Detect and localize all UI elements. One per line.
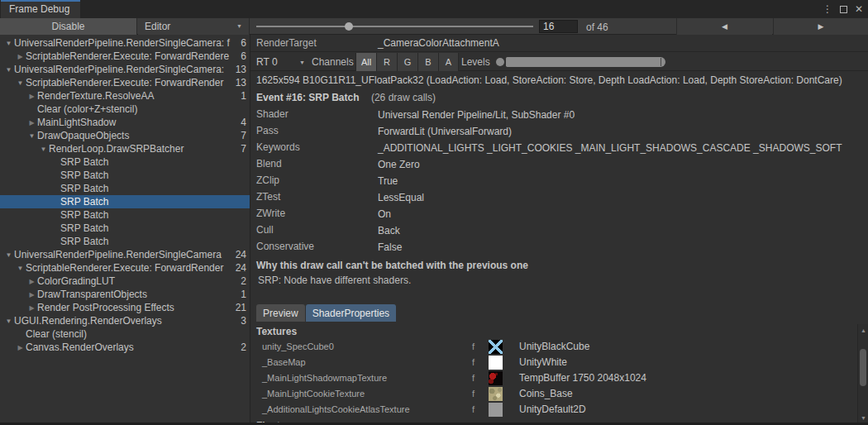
tree-row[interactable]: ▼ScriptableRenderer.Execute: ForwardRend… (0, 76, 250, 89)
foldout-collapsed-icon[interactable]: ▶ (26, 291, 37, 298)
next-event-button[interactable]: ▶ (773, 18, 868, 35)
properties-scrollbar[interactable]: ▲ ▼ (857, 324, 868, 425)
draw-count: 13 (222, 64, 246, 75)
coins-texture-icon[interactable] (489, 387, 503, 401)
tree-row[interactable]: Clear (color+Z+stencil) (0, 103, 250, 116)
state-value: ForwardLit (UniversalForward) (378, 126, 512, 137)
tree-item-label: SRP Batch (60, 183, 250, 194)
levels-fill (506, 57, 665, 67)
foldout-expanded-icon[interactable]: ▼ (3, 66, 14, 74)
tree-row[interactable]: ▼DrawOpaqueObjects7 (0, 129, 250, 142)
channel-button-b[interactable]: B (417, 53, 438, 71)
tree-row[interactable]: ▶RenderTexture.ResolveAA1 (0, 89, 250, 103)
foldout-collapsed-icon[interactable]: ▶ (26, 304, 37, 312)
scrollbar-thumb[interactable] (860, 349, 866, 386)
scrollbar-up-icon[interactable]: ▲ (858, 326, 868, 336)
state-label: ZTest (256, 189, 378, 205)
event-number-input[interactable] (539, 20, 578, 33)
tree-row[interactable]: SRP Batch (0, 155, 250, 169)
tree-row[interactable]: ▼UGUI.Rendering.RenderOverlays3 (0, 314, 250, 327)
tree-row[interactable]: ▼UniversalRenderPipeline.RenderSingleCam… (0, 36, 250, 50)
channel-button-all[interactable]: All (355, 53, 376, 71)
tree-item-label: DrawOpaqueObjects (37, 130, 250, 141)
tree-row[interactable]: ▼RenderLoop.DrawSRPBatcher7 (0, 142, 250, 155)
kebab-menu-icon[interactable]: ⋮ (823, 0, 832, 18)
draw-count: 6 (222, 50, 246, 62)
foldout-collapsed-icon[interactable]: ▶ (26, 119, 37, 127)
foldout-expanded-icon[interactable]: ▼ (26, 132, 37, 140)
foldout-collapsed-icon[interactable]: ▶ (15, 344, 26, 351)
event-slider[interactable] (256, 18, 533, 35)
tree-row[interactable]: ▶Render PostProcessing Effects21 (0, 301, 250, 314)
channel-button-r[interactable]: R (376, 53, 397, 71)
maximize-icon[interactable] (840, 6, 847, 13)
frame-debug-tab[interactable]: Frame Debug (1, 0, 80, 18)
shader-state-list: ShaderUniversal Render Pipeline/Lit, Sub… (256, 106, 865, 255)
draw-count: 2 (222, 275, 246, 287)
channel-button-a[interactable]: A (438, 53, 459, 71)
active-tab-accent (1, 0, 80, 2)
tab-title: Frame Debug (9, 3, 69, 15)
tree-row[interactable]: SRP Batch (0, 182, 250, 195)
foldout-expanded-icon[interactable]: ▼ (3, 318, 14, 325)
tree-row[interactable]: ▼ScriptableRenderer.Execute: ForwardRend… (0, 261, 250, 275)
tab-preview[interactable]: Preview (256, 304, 305, 322)
state-label: ZWrite (256, 205, 378, 222)
gray-texture-icon[interactable] (489, 403, 503, 417)
tree-row[interactable]: SRP Batch (0, 222, 250, 235)
channel-button-g[interactable]: G (397, 53, 417, 71)
tree-row[interactable]: SRP Batch (0, 208, 250, 222)
foldout-expanded-icon[interactable]: ▼ (15, 79, 26, 87)
foldout-expanded-icon[interactable]: ▼ (38, 146, 49, 153)
tree-row[interactable]: Clear (stencil) (0, 327, 250, 341)
foldout-collapsed-icon[interactable]: ▶ (26, 93, 37, 100)
batch-break-heading: Why this draw call can't be batched with… (256, 260, 528, 271)
texture-asset-name: UnityDefault2D (519, 404, 586, 415)
white-texture-icon[interactable] (489, 356, 503, 370)
levels-slider[interactable] (496, 56, 665, 68)
tree-item-label: RenderTexture.ResolveAA (37, 90, 250, 102)
foldout-collapsed-icon[interactable]: ▶ (26, 278, 37, 285)
texture-property-name: _MainLightShadowmapTexture (262, 373, 387, 383)
tree-item-label: SRP Batch (60, 209, 250, 221)
tree-row[interactable]: ▶ColorGradingLUT2 (0, 275, 250, 288)
event-slider-track (256, 26, 533, 27)
foldout-expanded-icon[interactable]: ▼ (15, 265, 26, 272)
tree-row[interactable]: SRP Batch (0, 169, 250, 182)
tree-row[interactable]: ▼UniversalRenderPipeline.RenderSingleCam… (0, 63, 250, 76)
texture-asset-name: Coins_Base (519, 388, 573, 399)
render-target-row: RenderTarget _CameraColorAttachmentA (250, 35, 868, 52)
target-dropdown[interactable]: Editor ▼ (138, 18, 250, 35)
disable-button[interactable]: Disable (0, 18, 137, 35)
levels-min-handle[interactable] (496, 58, 504, 66)
tab-shaderproperties[interactable]: ShaderProperties (306, 304, 396, 322)
tree-row[interactable]: ▶Canvas.RenderOverlays2 (0, 341, 250, 354)
draw-count: 7 (222, 130, 246, 141)
title-bar: Frame Debug ⋮ ✕ (0, 0, 868, 18)
close-icon[interactable]: ✕ (855, 0, 863, 18)
draw-count: 3 (222, 315, 246, 327)
event-tree: ▼UniversalRenderPipeline.RenderSingleCam… (0, 35, 250, 425)
tree-row[interactable]: ▼UniversalRenderPipeline.RenderSingleCam… (0, 248, 250, 261)
rt-dropdown[interactable]: RT 0 ▼ (250, 53, 308, 71)
black-cube-texture-icon[interactable] (489, 340, 503, 354)
levels-max-handle[interactable] (661, 58, 661, 66)
texture-asset-name: UnityWhite (519, 356, 567, 368)
tree-row[interactable]: ▶MainLightShadow4 (0, 116, 250, 129)
tree-row[interactable]: ▶ScriptableRenderer.Execute: ForwardRend… (0, 50, 250, 63)
tree-row[interactable]: SRP Batch (0, 235, 250, 248)
tree-row[interactable]: ▶DrawTransparentObjects1 (0, 288, 250, 301)
texture-list: unity_SpecCube0fUnityBlackCube_BaseMapfU… (250, 339, 856, 418)
previous-event-button[interactable]: ◀ (676, 18, 772, 35)
foldout-collapsed-icon[interactable]: ▶ (15, 53, 26, 60)
tree-item-label: ScriptableRenderer.Execute: ForwardRende… (26, 50, 250, 62)
tree-row[interactable]: SRP Batch (0, 195, 250, 208)
draw-count: 6 (222, 37, 246, 49)
tree-item-label: UniversalRenderPipeline.RenderSingleCame… (14, 64, 250, 75)
foldout-expanded-icon[interactable]: ▼ (3, 251, 14, 259)
tree-item-label: DrawTransparentObjects (37, 289, 250, 300)
shader-state-row: ConservativeFalse (256, 238, 865, 255)
event-slider-handle[interactable] (345, 22, 353, 31)
foldout-expanded-icon[interactable]: ▼ (3, 40, 14, 47)
shadowmap-texture-icon[interactable] (489, 371, 503, 385)
